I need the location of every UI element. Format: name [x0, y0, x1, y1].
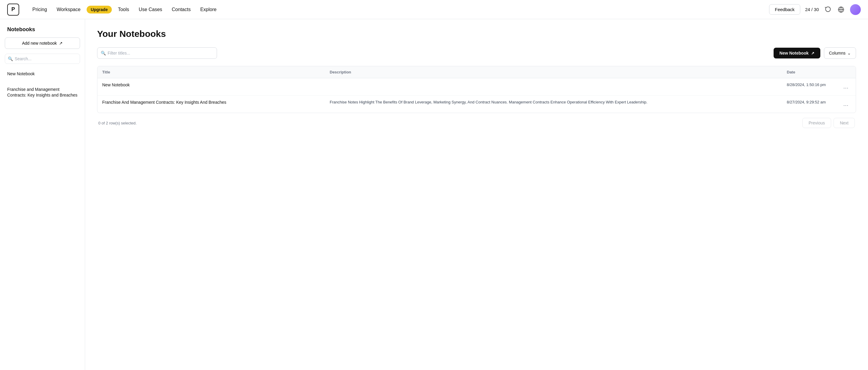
- sidebar-item-new-notebook[interactable]: New Notebook: [5, 69, 80, 80]
- table-row[interactable]: New Notebook 8/28/2024, 1:50:16 pm …: [97, 78, 856, 96]
- nav-item-contacts[interactable]: Contacts: [168, 4, 194, 15]
- filter-input[interactable]: [97, 48, 217, 59]
- logo-button[interactable]: P: [7, 4, 19, 16]
- col-header-description: Description: [325, 66, 782, 78]
- sidebar-search-input[interactable]: [5, 54, 80, 64]
- col-header-title: Title: [97, 66, 325, 78]
- header: P Pricing Workspace Upgrade Tools Use Ca…: [0, 0, 868, 19]
- upgrade-badge[interactable]: Upgrade: [87, 6, 112, 13]
- sidebar-item-franchise[interactable]: Franchise and Management Contracts: Key …: [5, 84, 80, 101]
- sidebar-title: Notebooks: [5, 26, 80, 33]
- search-icon: 🔍: [8, 56, 13, 61]
- table-header: Title Description Date: [97, 66, 856, 78]
- columns-button[interactable]: Columns ⌄: [824, 48, 856, 59]
- add-notebook-button[interactable]: Add new notebook ↗: [5, 37, 80, 49]
- main-nav: Pricing Workspace Upgrade Tools Use Case…: [29, 4, 769, 15]
- table-header-row: Title Description Date: [97, 66, 856, 78]
- sidebar: Notebooks Add new notebook ↗ 🔍 New Noteb…: [0, 19, 85, 370]
- filter-input-wrap: 🔍: [97, 48, 217, 59]
- columns-label: Columns: [829, 51, 845, 56]
- feedback-button[interactable]: Feedback: [769, 4, 800, 15]
- chevron-down-icon: ⌄: [847, 51, 851, 56]
- row-2-actions: …: [836, 96, 856, 113]
- new-notebook-btn-label: New Notebook: [780, 51, 809, 56]
- nav-item-workspace[interactable]: Workspace: [53, 4, 84, 15]
- row-2-more-button[interactable]: …: [841, 100, 851, 109]
- page-title: Your Notebooks: [97, 29, 856, 39]
- row-1-title: New Notebook: [97, 78, 325, 96]
- nav-item-explore[interactable]: Explore: [197, 4, 220, 15]
- row-2-title: Franchise And Management Contracts: Key …: [97, 96, 325, 113]
- col-header-actions: [836, 66, 856, 78]
- row-count: 0 of 2 row(s) selected.: [98, 121, 137, 125]
- sidebar-search-container: 🔍: [5, 54, 80, 64]
- row-1-description: [325, 78, 782, 96]
- table-body: New Notebook 8/28/2024, 1:50:16 pm … Fra…: [97, 78, 856, 113]
- row-1-actions: …: [836, 78, 856, 96]
- new-notebook-button[interactable]: New Notebook ↗: [774, 48, 820, 59]
- toolbar: 🔍 New Notebook ↗ Columns ⌄: [97, 48, 856, 59]
- row-1-more-button[interactable]: …: [841, 83, 851, 91]
- user-avatar[interactable]: [850, 4, 861, 15]
- counter-display: 24 / 30: [805, 7, 819, 12]
- reload-icon[interactable]: [824, 5, 832, 14]
- new-notebook-external-icon: ↗: [811, 51, 814, 56]
- row-2-date: 8/27/2024, 9:29:52 am: [782, 96, 836, 113]
- table: Title Description Date New Notebook 8/28…: [97, 66, 856, 113]
- table-row[interactable]: Franchise And Management Contracts: Key …: [97, 96, 856, 113]
- external-link-icon: ↗: [59, 41, 63, 45]
- language-icon[interactable]: [837, 5, 845, 14]
- next-button[interactable]: Next: [834, 118, 855, 128]
- add-notebook-label: Add new notebook: [22, 41, 57, 45]
- table-footer: 0 of 2 row(s) selected. Previous Next: [97, 113, 856, 128]
- toolbar-right: New Notebook ↗ Columns ⌄: [774, 48, 856, 59]
- app-body: Notebooks Add new notebook ↗ 🔍 New Noteb…: [0, 19, 868, 370]
- row-1-date: 8/28/2024, 1:50:16 pm: [782, 78, 836, 96]
- filter-search-icon: 🔍: [101, 51, 106, 56]
- header-right: Feedback 24 / 30: [769, 4, 861, 15]
- notebooks-table: Title Description Date New Notebook 8/28…: [97, 66, 856, 113]
- main-content: Your Notebooks 🔍 New Notebook ↗ Columns …: [85, 19, 868, 370]
- col-header-date: Date: [782, 66, 836, 78]
- pagination: Previous Next: [802, 118, 855, 128]
- nav-item-pricing[interactable]: Pricing: [29, 4, 51, 15]
- previous-button[interactable]: Previous: [802, 118, 831, 128]
- nav-item-use-cases[interactable]: Use Cases: [135, 4, 166, 15]
- nav-item-tools[interactable]: Tools: [114, 4, 132, 15]
- row-2-description: Franchise Notes Highlight The Benefits O…: [325, 96, 782, 113]
